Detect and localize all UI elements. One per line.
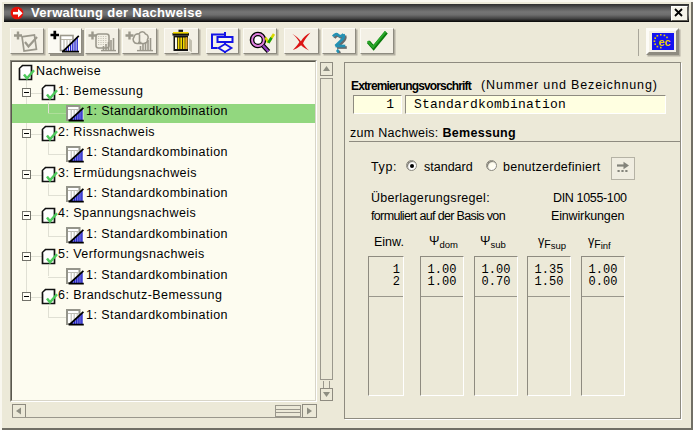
svg-text:ec: ec (659, 36, 671, 48)
